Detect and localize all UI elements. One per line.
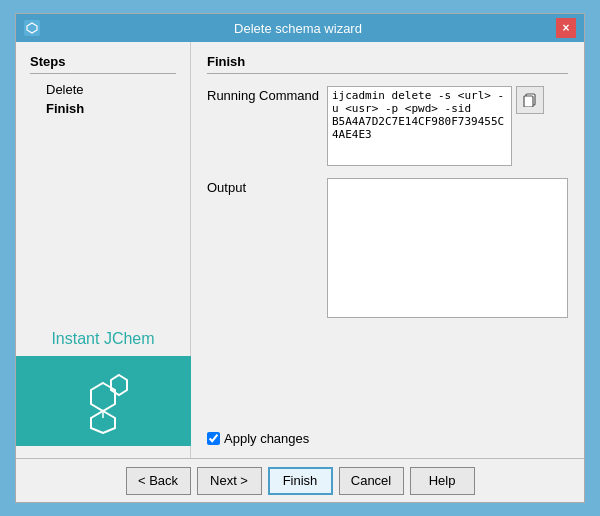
step-delete: Delete [46, 82, 176, 97]
apply-changes-label[interactable]: Apply changes [224, 431, 309, 446]
back-button[interactable]: < Back [126, 467, 191, 495]
next-button[interactable]: Next > [197, 467, 262, 495]
copy-button[interactable] [516, 86, 544, 114]
section-title: Finish [207, 54, 568, 74]
molecule-icon [71, 369, 136, 434]
app-icon [24, 20, 40, 36]
command-area: ijcadmin delete -s <url> -u <usr> -p <pw… [327, 86, 568, 166]
svg-marker-2 [111, 375, 127, 395]
output-textarea[interactable] [327, 178, 568, 318]
copy-icon [523, 93, 537, 107]
cancel-button[interactable]: Cancel [339, 467, 404, 495]
main-content: Finish Running Command ijcadmin delete -… [191, 42, 584, 458]
dialog-window: Delete schema wizard × Steps Delete Fini… [15, 13, 585, 503]
brand-logo [16, 356, 191, 446]
output-row: Output [207, 178, 568, 411]
steps-title: Steps [30, 54, 176, 74]
command-textarea[interactable]: ijcadmin delete -s <url> -u <usr> -p <pw… [327, 86, 512, 166]
footer: < Back Next > Finish Cancel Help [16, 458, 584, 502]
steps-list: Delete Finish [30, 82, 176, 120]
sidebar: Steps Delete Finish Instant JChem [16, 42, 191, 458]
close-button[interactable]: × [556, 18, 576, 38]
finish-button[interactable]: Finish [268, 467, 333, 495]
brand-area: Instant JChem [30, 330, 176, 446]
output-label: Output [207, 178, 327, 195]
help-button[interactable]: Help [410, 467, 475, 495]
dialog-body: Steps Delete Finish Instant JChem [16, 42, 584, 458]
apply-changes-row: Apply changes [207, 431, 568, 446]
step-finish: Finish [46, 101, 176, 116]
brand-text: Instant JChem [30, 330, 176, 348]
dialog-title: Delete schema wizard [40, 21, 556, 36]
title-bar: Delete schema wizard × [16, 14, 584, 42]
running-command-label: Running Command [207, 86, 327, 103]
svg-rect-7 [524, 96, 533, 107]
running-command-row: Running Command ijcadmin delete -s <url>… [207, 86, 568, 166]
apply-changes-checkbox[interactable] [207, 432, 220, 445]
svg-marker-0 [27, 23, 37, 33]
